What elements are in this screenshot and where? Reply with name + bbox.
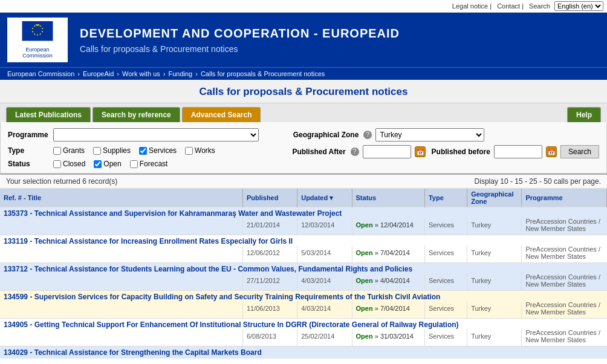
- table-row: 134905 - Getting Technical Support For E…: [0, 319, 607, 330]
- search-button[interactable]: Search: [560, 145, 599, 158]
- breadcrumb-ec[interactable]: European Commission: [7, 70, 74, 77]
- breadcrumb: European Commission › EuropeAid › Work w…: [0, 67, 607, 80]
- table-row: 134599 - Supervision Services for Capaci…: [0, 291, 607, 302]
- result-title-link[interactable]: 134599 - Supervision Services for Capaci…: [4, 293, 440, 301]
- table-row-meta: 6/08/2013 25/02/2014 Open » 31/03/2014 S…: [0, 329, 607, 346]
- breadcrumb-europeaid[interactable]: EuropeAid: [83, 70, 114, 77]
- published-after-help-icon[interactable]: ?: [351, 148, 359, 156]
- tab-advanced[interactable]: Advanced Search: [182, 107, 261, 122]
- result-title-link[interactable]: 133712 - Technical Assistance for Studen…: [4, 265, 412, 273]
- type-label: Type: [8, 146, 53, 155]
- published-after-label: Published After: [292, 148, 345, 156]
- svg-point-2: [37, 24, 38, 25]
- type-works[interactable]: Works: [185, 146, 215, 155]
- contact-link[interactable]: Contact: [497, 2, 520, 10]
- records-message: Your selection returned 6 record(s): [6, 177, 117, 186]
- svg-point-9: [32, 31, 33, 32]
- eu-stars-logo: [19, 21, 56, 45]
- table-row: 133712 - Technical Assistance for Studen…: [0, 263, 607, 274]
- table-row-meta: 11/06/2013 4/03/2014 Open » 7/04/2014 Se…: [0, 301, 607, 319]
- status-closed[interactable]: Closed: [53, 160, 85, 168]
- published-before-input[interactable]: [494, 145, 542, 158]
- svg-point-3: [40, 25, 41, 27]
- breadcrumb-calls[interactable]: Calls for proposals & Procurement notice…: [201, 70, 325, 77]
- forecast-checkbox[interactable]: [130, 160, 138, 168]
- table-row: 135373 - Technical Assistance and Superv…: [0, 207, 607, 218]
- result-title-link[interactable]: 134905 - Getting Technical Support For E…: [4, 320, 459, 329]
- search-link[interactable]: Search: [529, 2, 550, 10]
- table-row-meta: 27/11/2012 4/03/2014 Open » 4/04/2014 Se…: [0, 273, 607, 291]
- svg-rect-14: [22, 41, 53, 45]
- svg-point-11: [34, 25, 35, 27]
- col-type: Type: [424, 189, 467, 207]
- table-header-row: Ref. # - Title Published Updated ▾ Statu…: [0, 189, 607, 207]
- tab-help[interactable]: Help: [567, 107, 601, 122]
- results-tbody: 135373 - Technical Assistance and Superv…: [0, 207, 607, 359]
- breadcrumb-work[interactable]: Work with us: [122, 70, 160, 77]
- col-programme: Programme: [522, 189, 607, 207]
- open-checkbox[interactable]: [94, 160, 102, 168]
- svg-point-6: [40, 33, 41, 34]
- results-table: Ref. # - Title Published Updated ▾ Statu…: [0, 189, 607, 359]
- legal-notice-link[interactable]: Legal notice: [452, 2, 488, 10]
- table-row: 134029 - Technical Assistance for Streng…: [0, 346, 607, 359]
- col-updated[interactable]: Updated ▾: [297, 189, 352, 207]
- records-bar: Your selection returned 6 record(s) Disp…: [0, 175, 607, 189]
- status-label: Status: [8, 160, 53, 168]
- status-forecast[interactable]: Forecast: [130, 160, 168, 168]
- supplies-checkbox[interactable]: [93, 147, 101, 155]
- result-title-link[interactable]: 133119 - Technical Assistance for Increa…: [4, 237, 293, 245]
- geo-zone-help-icon[interactable]: ?: [363, 131, 372, 139]
- result-title-link[interactable]: 134029 - Technical Assistance for Streng…: [4, 348, 262, 357]
- closed-checkbox[interactable]: [53, 160, 61, 168]
- table-row: 133119 - Technical Assistance for Increa…: [0, 235, 607, 246]
- search-form: Programme Type Grants Supplies: [0, 122, 607, 174]
- svg-point-5: [42, 31, 43, 32]
- display-options: Display 10 - 15 - 25 - 50 calls per page…: [475, 177, 601, 186]
- published-after-input[interactable]: [363, 145, 411, 158]
- col-geo-zone: Geographical Zone: [467, 189, 522, 207]
- language-select[interactable]: English (en): [554, 1, 603, 11]
- type-services[interactable]: Services: [139, 146, 177, 155]
- site-subtitle: Calls for proposals & Procurement notice…: [80, 44, 400, 54]
- col-status: Status: [352, 189, 424, 207]
- breadcrumb-funding[interactable]: Funding: [168, 70, 192, 77]
- tab-latest[interactable]: Latest Publications: [6, 107, 91, 122]
- result-title-link[interactable]: 135373 - Technical Assistance and Superv…: [4, 209, 342, 218]
- col-published[interactable]: Published: [242, 189, 297, 207]
- page-title-bar: Calls for proposals & Procurement notice…: [0, 80, 607, 103]
- logo-box: EuropeanCommission: [7, 18, 68, 62]
- programme-select[interactable]: [53, 128, 259, 141]
- geo-zone-label: Geographical Zone: [292, 131, 359, 139]
- svg-point-8: [34, 33, 35, 34]
- services-checkbox[interactable]: [139, 147, 147, 155]
- calendar-before-icon[interactable]: 📅: [546, 146, 557, 157]
- svg-point-7: [37, 34, 38, 36]
- calendar-after-icon[interactable]: 📅: [415, 146, 426, 157]
- col-ref-title: Ref. # - Title: [0, 189, 242, 207]
- svg-point-10: [32, 28, 33, 29]
- grants-checkbox[interactable]: [53, 147, 61, 155]
- status-open[interactable]: Open: [94, 160, 121, 168]
- site-title: DEVELOPMENT AND COOPERATION - EUROPEAID: [80, 27, 400, 41]
- svg-point-12: [38, 24, 39, 25]
- works-checkbox[interactable]: [185, 147, 193, 155]
- programme-label: Programme: [8, 131, 53, 139]
- published-before-label: Published before: [432, 148, 490, 156]
- type-supplies[interactable]: Supplies: [93, 146, 131, 155]
- site-header: EuropeanCommission DEVELOPMENT AND COOPE…: [0, 13, 607, 67]
- page-title: Calls for proposals & Procurement notice…: [0, 86, 607, 98]
- svg-point-13: [36, 24, 37, 25]
- table-row-meta: 21/01/2014 12/03/2014 Open » 12/04/2014 …: [0, 218, 607, 235]
- type-grants[interactable]: Grants: [53, 146, 85, 155]
- tab-reference[interactable]: Search by reference: [93, 107, 180, 122]
- geo-zone-select[interactable]: Turkey: [375, 128, 484, 141]
- table-row-meta: 12/06/2012 5/03/2014 Open » 7/04/2014 Se…: [0, 245, 607, 263]
- header-titles: DEVELOPMENT AND COOPERATION - EUROPEAID …: [80, 27, 400, 54]
- logo-text: EuropeanCommission: [22, 47, 53, 59]
- svg-point-4: [42, 28, 43, 29]
- top-bar: Legal notice | Contact | Search English …: [0, 0, 607, 13]
